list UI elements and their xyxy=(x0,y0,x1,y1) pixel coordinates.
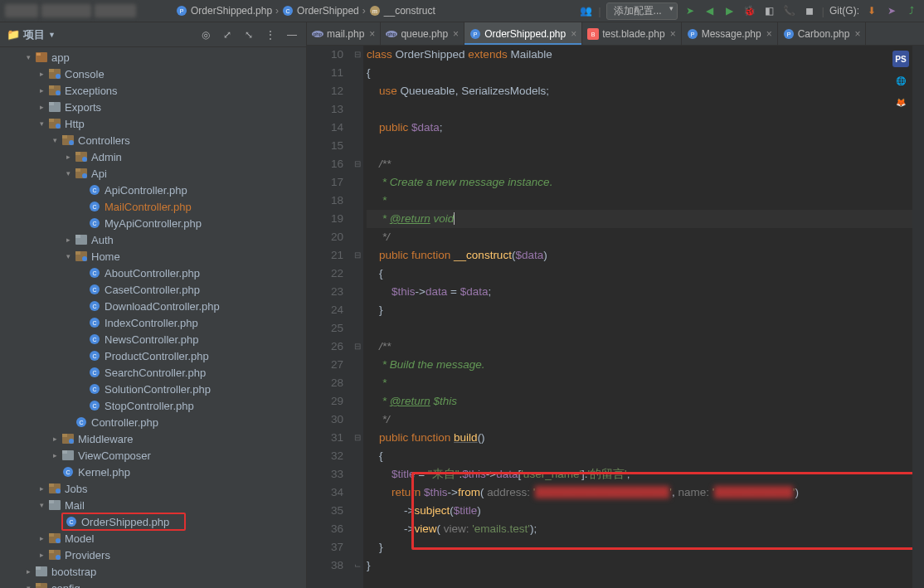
code-line[interactable]: } xyxy=(367,538,924,556)
line-number[interactable]: 32 xyxy=(307,447,343,465)
line-number[interactable]: 33 xyxy=(307,465,343,484)
line-number[interactable]: 22 xyxy=(307,265,343,283)
breadcrumb[interactable]: P OrderShipped.php › C OrderShipped › m … xyxy=(176,5,435,17)
code-line[interactable]: * Build the message. xyxy=(367,356,924,374)
editor-tab[interactable]: phpqueue.php× xyxy=(381,22,464,45)
code-line[interactable]: /** xyxy=(367,155,924,173)
error-stripe[interactable] xyxy=(912,46,924,588)
code-line[interactable]: { xyxy=(367,64,924,82)
chevron-down-icon[interactable]: ▾ xyxy=(61,252,75,260)
tree-node[interactable]: CMyApiController.php xyxy=(0,215,306,231)
fold-mark[interactable] xyxy=(352,411,363,429)
chevron-down-icon[interactable]: ▾ xyxy=(48,136,61,144)
tree-node[interactable]: CMailController.php xyxy=(0,198,306,215)
code-line[interactable]: ->subject($title) xyxy=(367,502,924,520)
chevron-right-icon[interactable]: ▸ xyxy=(35,484,48,493)
fold-mark[interactable] xyxy=(352,192,363,210)
tree-node[interactable]: ▸Jobs xyxy=(0,480,306,497)
tree-node[interactable]: CCasetController.php xyxy=(0,281,306,298)
line-number[interactable]: 25 xyxy=(307,319,343,338)
code-line[interactable]: { xyxy=(367,447,924,465)
code-line[interactable]: use Queueable, SerializesModels; xyxy=(367,82,924,100)
fold-mark[interactable] xyxy=(352,465,363,484)
tree-node[interactable]: ▾Api xyxy=(0,165,306,182)
stop-icon[interactable]: 📞 xyxy=(782,3,797,18)
fold-mark[interactable] xyxy=(352,356,363,374)
fold-mark[interactable] xyxy=(352,228,363,246)
tree-node[interactable]: ▾Mail xyxy=(0,497,306,513)
breadcrumb-file[interactable]: OrderShipped.php xyxy=(191,5,272,17)
chevron-right-icon[interactable]: ▸ xyxy=(35,534,48,542)
fold-mark[interactable] xyxy=(352,137,363,155)
fold-mark[interactable] xyxy=(352,119,363,137)
run-config-dropdown[interactable]: 添加配置... xyxy=(606,2,678,20)
tree-node[interactable]: ▾app xyxy=(0,49,306,66)
chevron-right-icon[interactable]: ▸ xyxy=(35,86,48,95)
fold-column[interactable]: ⊟⊟⊟⊟⊟⌙ xyxy=(352,46,363,588)
code-line[interactable] xyxy=(367,319,924,338)
tree-node[interactable]: CProductController.php xyxy=(0,347,306,364)
fold-mark[interactable] xyxy=(352,82,363,100)
code-line[interactable]: public $data; xyxy=(367,119,924,137)
line-number[interactable]: 38 xyxy=(307,556,343,575)
debug-icon[interactable]: 🐞 xyxy=(742,3,757,18)
tree-node[interactable]: ▾Http xyxy=(0,115,306,132)
chevron-right-icon[interactable]: ▸ xyxy=(35,70,48,78)
git-label[interactable]: Git(G): xyxy=(829,5,859,17)
code-line[interactable] xyxy=(367,100,924,119)
line-number[interactable]: 34 xyxy=(307,484,343,502)
run-forward-icon[interactable]: ➤ xyxy=(683,3,698,18)
tree-node[interactable]: CSolutionController.php xyxy=(0,381,306,397)
tree-node[interactable]: ▸Admin xyxy=(0,148,306,165)
editor-tab[interactable]: POrderShipped.php× xyxy=(464,22,582,45)
fold-mark[interactable] xyxy=(352,301,363,319)
chevron-right-icon[interactable]: ▸ xyxy=(48,435,61,443)
code-line[interactable]: } xyxy=(367,301,924,319)
close-icon[interactable]: × xyxy=(369,28,375,40)
code-line[interactable]: * xyxy=(367,192,924,210)
close-icon[interactable]: × xyxy=(766,28,772,40)
tree-node[interactable]: ▸Middleware xyxy=(0,430,306,447)
line-number[interactable]: 20 xyxy=(307,228,343,246)
code-line[interactable] xyxy=(367,137,924,155)
line-number[interactable]: 24 xyxy=(307,301,343,319)
editor-body[interactable]: 1011121314151617181920212223242526272829… xyxy=(307,46,924,588)
code-line[interactable]: public function __construct($data) xyxy=(367,246,924,265)
git-push-icon[interactable]: ⤴ xyxy=(904,3,919,18)
tree-node[interactable]: CSearchController.php xyxy=(0,364,306,381)
stop-square-icon[interactable]: ◼ xyxy=(802,3,817,18)
line-gutter[interactable]: 1011121314151617181920212223242526272829… xyxy=(307,46,352,588)
fold-mark[interactable] xyxy=(352,520,363,538)
tree-node[interactable]: ▸Auth xyxy=(0,231,306,248)
chrome-icon[interactable]: 🌐 xyxy=(892,72,909,89)
collapse-icon[interactable]: ⤡ xyxy=(241,27,256,42)
chevron-down-icon[interactable]: ▾ xyxy=(61,169,75,177)
code-line[interactable]: * @return void xyxy=(367,210,924,228)
line-number[interactable]: 12 xyxy=(307,82,343,100)
code-line[interactable]: * Create a new message instance. xyxy=(367,173,924,192)
breadcrumb-method[interactable]: __construct xyxy=(384,5,435,17)
tree-node[interactable]: ▸Model xyxy=(0,530,306,547)
tree-node[interactable]: ▸ViewComposer xyxy=(0,447,306,464)
phpstorm-badge-icon[interactable]: PS xyxy=(892,51,909,67)
git-commit-icon[interactable]: ➤ xyxy=(884,3,899,18)
tree-node[interactable]: ▾Home xyxy=(0,248,306,265)
line-number[interactable]: 36 xyxy=(307,520,343,538)
tree-node[interactable]: ▸Exceptions xyxy=(0,82,306,99)
highlighted-file[interactable]: COrderShipped.php xyxy=(61,513,186,531)
minimize-icon[interactable]: — xyxy=(284,27,299,42)
line-number[interactable]: 27 xyxy=(307,356,343,374)
line-number[interactable]: 28 xyxy=(307,374,343,392)
tree-node[interactable]: CDownloadController.php xyxy=(0,298,306,314)
fold-mark[interactable] xyxy=(352,374,363,392)
code-line[interactable]: class OrderShipped extends Mailable xyxy=(367,46,924,64)
expand-icon[interactable]: ⤢ xyxy=(220,27,235,42)
fold-mark[interactable]: ⊟ xyxy=(352,155,363,173)
tree-node[interactable]: CKernel.php xyxy=(0,464,306,480)
code-line[interactable]: * xyxy=(367,374,924,392)
chevron-down-icon[interactable]: ▾ xyxy=(35,501,48,509)
close-icon[interactable]: × xyxy=(670,28,676,40)
line-number[interactable]: 26 xyxy=(307,338,343,356)
line-number[interactable]: 21 xyxy=(307,246,343,265)
tree-node[interactable]: ▾Controllers xyxy=(0,132,306,148)
